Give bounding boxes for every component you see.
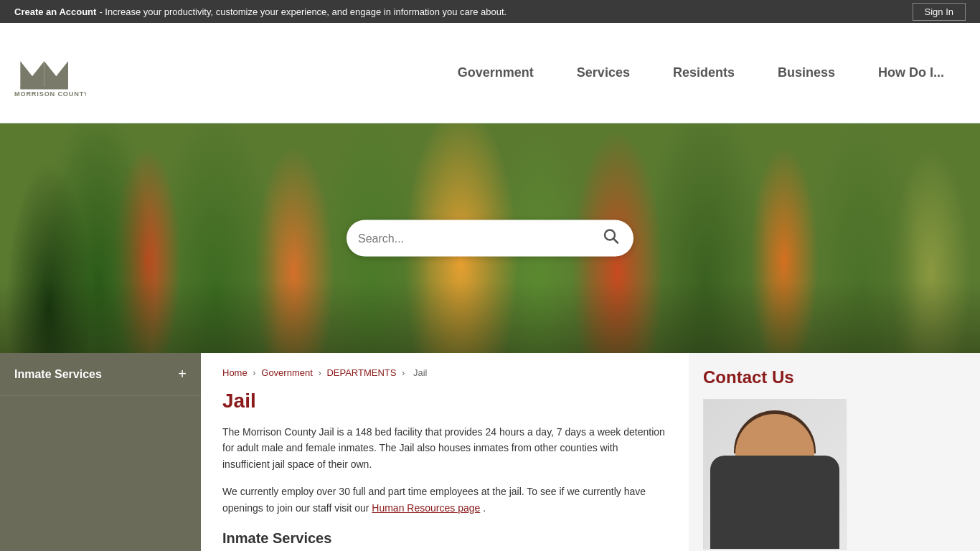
body-paragraph-2: We currently employ over 30 full and par… <box>222 484 667 516</box>
sidebar-item-label: Inmate Services <box>14 368 102 381</box>
breadcrumb-sep-3: › <box>402 367 407 378</box>
site-header: MORRISON COUNTY Government Services Resi… <box>0 23 980 123</box>
breadcrumb-home[interactable]: Home <box>222 367 248 378</box>
search-input[interactable] <box>358 232 600 245</box>
logo-area: MORRISON COUNTY <box>14 48 215 98</box>
search-icon <box>603 229 619 245</box>
svg-text:MORRISON COUNTY: MORRISON COUNTY <box>14 90 86 97</box>
sign-in-button[interactable]: Sign In <box>913 3 966 21</box>
photo-body <box>710 456 839 549</box>
breadcrumb-sep-1: › <box>253 367 258 378</box>
hr-link[interactable]: Human Resources page <box>372 502 480 514</box>
search-button[interactable] <box>600 226 622 251</box>
right-sidebar: Contact Us <box>689 353 875 551</box>
breadcrumb-departments[interactable]: DEPARTMENTS <box>326 367 396 378</box>
nav-how-do-i[interactable]: How Do I... <box>857 58 966 88</box>
contact-us-title: Contact Us <box>703 367 861 387</box>
sidebar-item-inmate-services[interactable]: Inmate Services + <box>0 353 201 396</box>
nav-services[interactable]: Services <box>555 58 651 88</box>
search-box <box>347 220 633 257</box>
section-heading-inmate-services: Inmate Services <box>222 530 667 547</box>
svg-marker-0 <box>20 61 44 88</box>
create-account-link[interactable]: Create an Account <box>14 6 96 17</box>
nav-government[interactable]: Government <box>436 58 555 88</box>
contact-photo <box>703 399 847 550</box>
breadcrumb-sep-2: › <box>318 367 324 378</box>
breadcrumb-government[interactable]: Government <box>261 367 313 378</box>
left-sidebar: Inmate Services + <box>0 353 201 551</box>
top-banner: Create an Account - Increase your produc… <box>0 0 980 23</box>
page-title: Jail <box>222 390 667 413</box>
hero-overlay <box>0 281 980 353</box>
morrison-county-logo: MORRISON COUNTY <box>14 48 86 98</box>
nav-residents[interactable]: Residents <box>651 58 756 88</box>
banner-message: - Increase your productivity, customize … <box>99 6 507 17</box>
expand-icon: + <box>178 366 187 382</box>
svg-line-5 <box>614 239 618 243</box>
svg-marker-1 <box>44 61 68 88</box>
body-text-2-end: . <box>483 502 486 514</box>
breadcrumb: Home › Government › DEPARTMENTS › Jail <box>222 367 667 378</box>
nav-business[interactable]: Business <box>756 58 857 88</box>
content-area: Home › Government › DEPARTMENTS › Jail J… <box>201 353 689 551</box>
main-content: Inmate Services + Home › Government › DE… <box>0 353 980 551</box>
banner-text: Create an Account - Increase your produc… <box>14 6 507 17</box>
svg-rect-2 <box>20 87 68 89</box>
body-paragraph-1: The Morrison County Jail is a 148 bed fa… <box>222 424 667 472</box>
main-nav: Government Services Residents Business H… <box>215 58 966 88</box>
search-container <box>347 220 633 257</box>
breadcrumb-current: Jail <box>413 367 428 378</box>
hero-section <box>0 123 980 353</box>
